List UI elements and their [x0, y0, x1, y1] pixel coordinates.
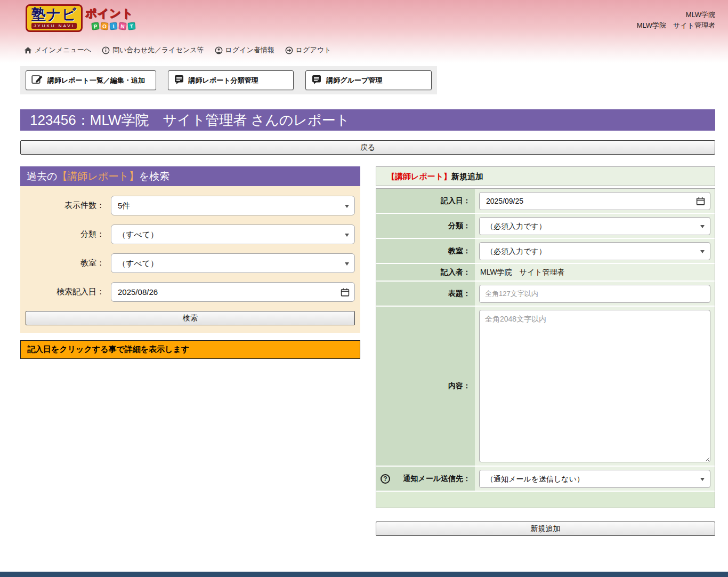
report-table-footer: [376, 492, 715, 508]
jyuku-navi-logo: 塾ナビ JYUKU NAVI ポイント P O I N T: [26, 4, 135, 32]
mail-select-wrap: （通知メールを送信しない）: [479, 470, 710, 488]
report-mail-cell: （通知メールを送信しない）: [475, 467, 715, 491]
search-title-highlight: 【講師レポート】: [57, 171, 139, 182]
calendar-icon[interactable]: [696, 196, 705, 205]
report-classroom-cell: （必須入力です）: [475, 239, 715, 263]
mail-select[interactable]: （通知メールを送信しない）: [479, 470, 710, 488]
search-button[interactable]: 検索: [26, 311, 355, 325]
logo-box: 塾ナビ JYUKU NAVI: [26, 4, 83, 32]
toolbar-button-label: 講師グループ管理: [326, 76, 382, 85]
classroom-select-wrap: （すべて）: [111, 253, 355, 273]
point-letter-o: O: [101, 22, 109, 30]
report-category-cell: （必須入力です）: [475, 214, 715, 238]
teacher-group-manage-button[interactable]: 講師グループ管理: [305, 70, 432, 90]
category-select-wrap: （すべて）: [111, 225, 355, 244]
search-title-prefix: 過去の: [27, 171, 57, 182]
report-classroom-select[interactable]: （必須入力です）: [479, 242, 710, 260]
home-icon: [24, 46, 32, 54]
nav-main-menu[interactable]: メインメニューへ: [24, 45, 91, 55]
search-panel-title: 過去の【講師レポート】を検索: [20, 166, 360, 186]
toolbar-button-label: 講師レポート一覧／編集・追加: [47, 76, 145, 85]
classroom-select[interactable]: （すべて）: [111, 253, 355, 273]
report-mail-label: 通知メール送信先：: [403, 474, 471, 484]
report-classroom-row: 教室： （必須入力です）: [376, 239, 715, 264]
footer-bar: [0, 572, 728, 577]
nav-contact-license[interactable]: 問い合わせ先／ライセンス等: [102, 45, 204, 55]
classroom-label: 教室：: [26, 258, 111, 268]
nav-logout[interactable]: ログアウト: [285, 45, 331, 55]
report-content-cell: [475, 307, 715, 466]
report-category-row: 分類： （必須入力です）: [376, 214, 715, 239]
nav-label: 問い合わせ先／ライセンス等: [112, 45, 204, 55]
main-area: 過去の【講師レポート】を検索 表示件数： 5件 分類：: [20, 166, 715, 536]
content: 講師レポート一覧／編集・追加 講師レポート分類管理 講師グループ管理 12345…: [20, 66, 715, 536]
document-icon: [311, 74, 322, 86]
category-select[interactable]: （すべて）: [111, 225, 355, 244]
search-date-input[interactable]: [111, 282, 355, 302]
search-title-suffix: を検索: [139, 171, 169, 182]
report-classroom-label: 教室：: [376, 239, 475, 263]
report-date-cell: [475, 189, 715, 213]
category-row: 分類： （すべて）: [26, 225, 355, 244]
logo-point-kana: ポイント: [85, 6, 135, 21]
nav-label: メインメニューへ: [35, 45, 91, 55]
display-count-row: 表示件数： 5件: [26, 196, 355, 215]
report-subject-cell: [475, 282, 715, 306]
document-icon: [174, 74, 184, 86]
back-button[interactable]: 戻る: [20, 140, 715, 155]
report-panel-title: 【講師レポート】新規追加: [376, 166, 715, 186]
category-label: 分類：: [26, 229, 111, 239]
point-letter-t: T: [128, 22, 136, 30]
account-info: MLW学院 MLW学院 サイト管理者: [637, 10, 715, 31]
report-mail-label-cell: ? 通知メール送信先：: [376, 467, 475, 491]
logo-title: 塾ナビ: [31, 6, 77, 22]
display-count-select[interactable]: 5件: [111, 196, 355, 215]
nav-login-info[interactable]: ログイン者情報: [215, 45, 274, 55]
info-icon: [102, 46, 110, 54]
report-date-label: 記入日：: [376, 189, 475, 213]
user-icon: [215, 46, 223, 54]
point-letter-n: N: [118, 22, 127, 30]
toolbar-button-label: 講師レポート分類管理: [189, 76, 258, 85]
point-letter-i: I: [110, 22, 118, 30]
report-date-field: [479, 192, 710, 210]
search-date-field: [111, 282, 355, 302]
report-author-label: 記入者：: [376, 264, 475, 281]
report-list-edit-button[interactable]: 講師レポート一覧／編集・追加: [26, 70, 156, 90]
account-school: MLW学院: [637, 10, 715, 20]
classroom-row: 教室： （すべて）: [26, 253, 355, 273]
nav-label: ログイン者情報: [225, 45, 274, 55]
submit-new-report-button[interactable]: 新規追加: [376, 522, 715, 536]
logo-subtitle: JYUKU NAVI: [31, 23, 77, 29]
logout-icon: [285, 46, 293, 54]
report-category-select[interactable]: （必須入力です）: [479, 217, 710, 235]
report-classroom-select-wrap: （必須入力です）: [479, 242, 710, 260]
report-content-row: 内容：: [376, 307, 715, 467]
search-form: 表示件数： 5件 分類： （すべて）: [20, 186, 360, 333]
search-date-row: 検索記入日：: [26, 282, 355, 302]
search-date-label: 検索記入日：: [26, 287, 111, 297]
top-nav: メインメニューへ 問い合わせ先／ライセンス等 ログイン者情報 ログアウト: [24, 45, 331, 55]
display-count-select-wrap: 5件: [111, 196, 355, 215]
page-title: 123456：MLW学院 サイト管理者 さんのレポート: [20, 109, 715, 131]
account-user: MLW学院 サイト管理者: [637, 20, 715, 31]
help-question-icon[interactable]: ?: [381, 474, 390, 484]
report-subject-row: 表題：: [376, 282, 715, 307]
report-title-suffix: 新規追加: [451, 172, 483, 181]
report-content-label: 内容：: [376, 307, 475, 466]
detail-hint-banner: 記入日をクリックする事で詳細を表示します: [20, 340, 360, 359]
nav-label: ログアウト: [296, 45, 331, 55]
subject-input[interactable]: [479, 285, 710, 303]
report-category-label: 分類：: [376, 214, 475, 238]
report-date-row: 記入日：: [376, 189, 715, 214]
calendar-icon[interactable]: [341, 287, 350, 296]
content-textarea[interactable]: [479, 310, 710, 462]
report-category-manage-button[interactable]: 講師レポート分類管理: [168, 70, 294, 90]
page-header: 塾ナビ JYUKU NAVI ポイント P O I N T MLW学院 MLW学…: [0, 0, 728, 63]
toolbar: 講師レポート一覧／編集・追加 講師レポート分類管理 講師グループ管理: [20, 66, 437, 94]
edit-icon: [31, 74, 43, 86]
search-panel: 過去の【講師レポート】を検索 表示件数： 5件 分類：: [20, 166, 360, 359]
report-author-value: MLW学院 サイト管理者: [479, 268, 565, 277]
report-date-input[interactable]: [479, 192, 710, 210]
report-mail-row: ? 通知メール送信先： （通知メールを送信しない）: [376, 467, 715, 492]
